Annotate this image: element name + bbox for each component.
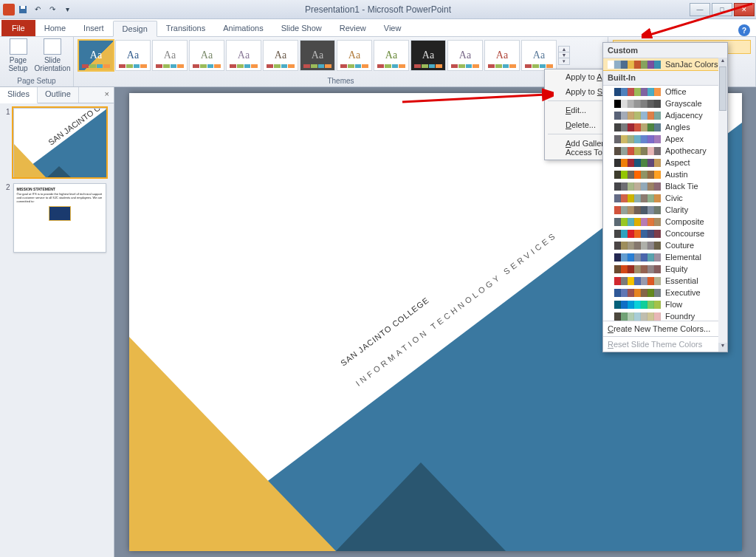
minimize-button[interactable]: — (690, 3, 710, 16)
pane-tab-outline[interactable]: Outline (38, 87, 79, 103)
color-scheme-black-tie[interactable]: Black Tie (603, 180, 727, 192)
theme-tile-9[interactable]: Aa (410, 40, 446, 71)
theme-tile-11[interactable]: Aa (484, 40, 520, 71)
color-scheme-angles[interactable]: Angles (603, 121, 727, 133)
help-icon[interactable]: ? (738, 24, 750, 36)
colors-gallery: Custom SanJac ColorsBuilt-InOfficeGraysc… (602, 42, 728, 352)
gallery-scrollbar[interactable]: ▲ ▼ (718, 58, 727, 352)
theme-tile-2[interactable]: Aa (152, 40, 188, 71)
svg-rect-1 (21, 6, 25, 9)
app-icon (3, 4, 15, 16)
tab-review[interactable]: Review (331, 20, 375, 36)
maximize-button[interactable]: □ (712, 3, 732, 16)
theme-tile-12[interactable]: Aa (521, 40, 557, 71)
slide-thumb-1[interactable]: SAN JACINTO COLLEGE (13, 108, 106, 177)
close-button[interactable]: ✕ (734, 3, 755, 16)
gallery-header-builtin: Built-In (603, 70, 727, 86)
page-setup-button[interactable]: Page Setup (4, 38, 32, 72)
group-themes-label: Themes (78, 76, 603, 86)
theme-tile-8[interactable]: Aa (374, 40, 409, 71)
thumb-number: 1 (6, 108, 10, 177)
reset-theme-colors: Reset Slide Theme Colors (603, 336, 727, 352)
color-scheme-composite[interactable]: Composite (603, 216, 727, 228)
pane-close-icon[interactable]: × (100, 87, 114, 103)
theme-tile-6[interactable]: Aa (300, 40, 335, 71)
themes-gallery[interactable]: AaAaAaAaAaAaAaAaAaAaAaAaAa▲▼▾ (78, 38, 603, 71)
color-scheme-equity[interactable]: Equity (603, 263, 727, 275)
create-new-theme-colors[interactable]: Create New Theme Colors... (603, 321, 727, 336)
tab-insert[interactable]: Insert (75, 20, 113, 36)
color-scheme-foundry[interactable]: Foundry (603, 310, 727, 321)
slide-orientation-button[interactable]: Slide Orientation (36, 38, 69, 72)
color-scheme-apex[interactable]: Apex (603, 133, 727, 145)
theme-tile-7[interactable]: Aa (337, 40, 372, 71)
color-scheme-concourse[interactable]: Concourse (603, 228, 727, 239)
color-scheme-grayscale[interactable]: Grayscale (603, 98, 727, 109)
theme-tile-10[interactable]: Aa (447, 40, 483, 71)
theme-tile-0[interactable]: Aa (78, 40, 114, 71)
themes-expand[interactable]: ▾ (559, 58, 569, 64)
color-scheme-adjacency[interactable]: Adjacency (603, 109, 727, 121)
tab-animations[interactable]: Animations (214, 20, 272, 36)
theme-tile-5[interactable]: Aa (263, 40, 298, 71)
themes-scroll-down[interactable]: ▼ (559, 52, 569, 58)
thumb-number: 2 (6, 183, 10, 253)
color-scheme-essential[interactable]: Essential (603, 275, 727, 287)
color-scheme-executive[interactable]: Executive (603, 287, 727, 298)
tab-design[interactable]: Design (113, 21, 157, 37)
qat-redo-icon[interactable]: ↷ (46, 3, 59, 16)
theme-tile-3[interactable]: Aa (189, 40, 224, 71)
theme-tile-1[interactable]: Aa (115, 40, 151, 71)
color-scheme-austin[interactable]: Austin (603, 168, 727, 180)
tab-home[interactable]: Home (35, 20, 75, 36)
tab-transitions[interactable]: Transitions (157, 20, 214, 36)
pane-tab-slides[interactable]: Slides (0, 87, 38, 103)
window-title: Presentation1 - Microsoft PowerPoint (0, 4, 756, 15)
color-scheme-office[interactable]: Office (603, 86, 727, 98)
file-tab[interactable]: File (1, 20, 35, 36)
color-scheme-apothecary[interactable]: Apothecary (603, 145, 727, 157)
color-scheme-couture[interactable]: Couture (603, 239, 727, 251)
color-scheme-elemental[interactable]: Elemental (603, 251, 727, 263)
qat-save-icon[interactable] (16, 3, 30, 16)
qat-dropdown-icon[interactable]: ▾ (61, 3, 74, 16)
scroll-up-icon[interactable]: ▲ (718, 58, 727, 66)
color-scheme-sanjac-colors[interactable]: SanJac Colors (603, 58, 727, 70)
color-scheme-flow[interactable]: Flow (603, 298, 727, 310)
gallery-header-custom: Custom (603, 43, 727, 58)
slide-thumb-2[interactable]: MISSION STATEMENT Our goal at ITS is to … (13, 183, 106, 253)
scroll-down-icon[interactable]: ▼ (718, 343, 727, 352)
color-scheme-civic[interactable]: Civic (603, 192, 727, 204)
color-scheme-aspect[interactable]: Aspect (603, 157, 727, 168)
theme-tile-4[interactable]: Aa (226, 40, 261, 71)
qat-undo-icon[interactable]: ↶ (31, 3, 44, 16)
tab-slideshow[interactable]: Slide Show (272, 20, 331, 36)
color-scheme-clarity[interactable]: Clarity (603, 204, 727, 216)
group-page-setup-label: Page Setup (4, 76, 69, 86)
tab-view[interactable]: View (375, 20, 410, 36)
themes-scroll-up[interactable]: ▲ (559, 47, 569, 52)
